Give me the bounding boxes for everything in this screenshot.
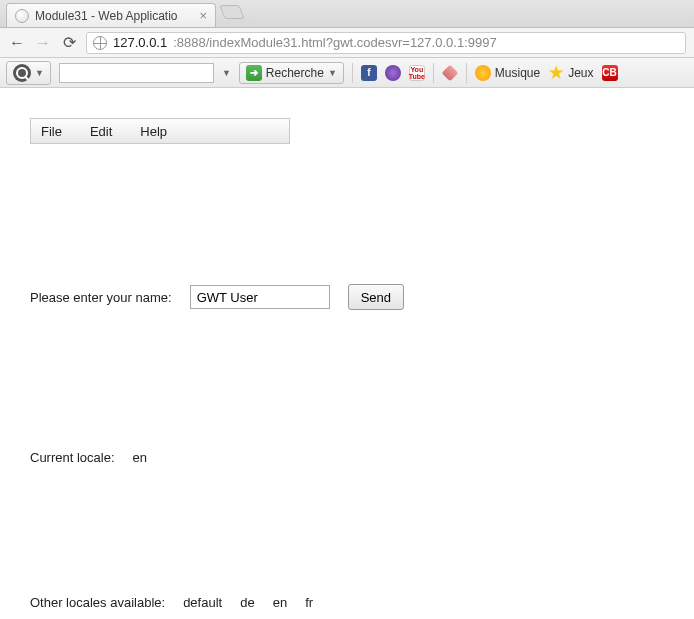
youtube-icon[interactable]: You Tube	[409, 65, 425, 81]
current-locale-row: Current locale: en	[30, 450, 664, 465]
recherche-label: Recherche	[266, 66, 324, 80]
other-locales-label: Other locales available:	[30, 595, 165, 610]
diamond-icon[interactable]	[442, 65, 458, 81]
menu-help[interactable]: Help	[140, 124, 167, 139]
magnifier-icon	[13, 64, 31, 82]
recherche-button[interactable]: ➔ Recherche ▼	[239, 62, 344, 84]
locale-option[interactable]: en	[273, 595, 287, 610]
url-rest: :8888/indexModule31.html?gwt.codesvr=127…	[173, 35, 496, 50]
url-bar[interactable]: 127.0.0.1:8888/indexModule31.html?gwt.co…	[86, 32, 686, 54]
menu-edit[interactable]: Edit	[90, 124, 112, 139]
globe-icon	[15, 9, 29, 23]
swirl-icon[interactable]	[385, 65, 401, 81]
star-icon: ★	[548, 65, 564, 81]
name-label: Please enter your name:	[30, 290, 172, 305]
other-locales-row: Other locales available: default de en f…	[30, 595, 664, 610]
headphones-icon	[475, 65, 491, 81]
browser-navbar: ← → ⟳ 127.0.0.1:8888/indexModule31.html?…	[0, 28, 694, 58]
locale-option[interactable]: default	[183, 595, 222, 610]
reload-icon[interactable]: ⟳	[60, 33, 78, 52]
forward-icon[interactable]: →	[34, 34, 52, 52]
facebook-icon[interactable]: f	[361, 65, 377, 81]
toolbar-search-input[interactable]	[59, 63, 214, 83]
back-icon[interactable]: ←	[8, 34, 26, 52]
other-locales-list: default de en fr	[183, 595, 313, 610]
url-host: 127.0.0.1	[113, 35, 167, 50]
browser-bookmarks-bar: ▼ ▼ ➔ Recherche ▼ f You Tube Musique ★ J…	[0, 58, 694, 88]
new-tab-button[interactable]	[219, 5, 244, 19]
app-menubar: File Edit Help	[30, 118, 290, 144]
locale-option[interactable]: fr	[305, 595, 313, 610]
separator	[433, 63, 434, 83]
chevron-down-icon: ▼	[328, 68, 337, 78]
current-locale-value: en	[133, 450, 147, 465]
current-locale-label: Current locale:	[30, 450, 115, 465]
separator	[466, 63, 467, 83]
name-input[interactable]	[190, 285, 330, 309]
musique-label: Musique	[495, 66, 540, 80]
close-icon[interactable]: ×	[199, 8, 207, 23]
name-form-row: Please enter your name: Send	[30, 284, 664, 310]
cb-icon[interactable]: CB	[602, 65, 618, 81]
send-button[interactable]: Send	[348, 284, 404, 310]
browser-tab[interactable]: Module31 - Web Applicatio ×	[6, 3, 216, 27]
menu-file[interactable]: File	[41, 124, 62, 139]
chevron-down-icon: ▼	[35, 68, 44, 78]
browser-tabstrip: Module31 - Web Applicatio ×	[0, 0, 694, 28]
locale-option[interactable]: de	[240, 595, 254, 610]
musique-button[interactable]: Musique	[475, 65, 540, 81]
search-provider-button[interactable]: ▼	[6, 61, 51, 85]
globe-icon	[93, 36, 107, 50]
separator	[352, 63, 353, 83]
jeux-button[interactable]: ★ Jeux	[548, 65, 593, 81]
jeux-label: Jeux	[568, 66, 593, 80]
page-content: File Edit Help Please enter your name: S…	[0, 88, 694, 619]
chevron-down-icon[interactable]: ▼	[222, 68, 231, 78]
tab-title: Module31 - Web Applicatio	[35, 9, 193, 23]
arrow-right-icon: ➔	[246, 65, 262, 81]
